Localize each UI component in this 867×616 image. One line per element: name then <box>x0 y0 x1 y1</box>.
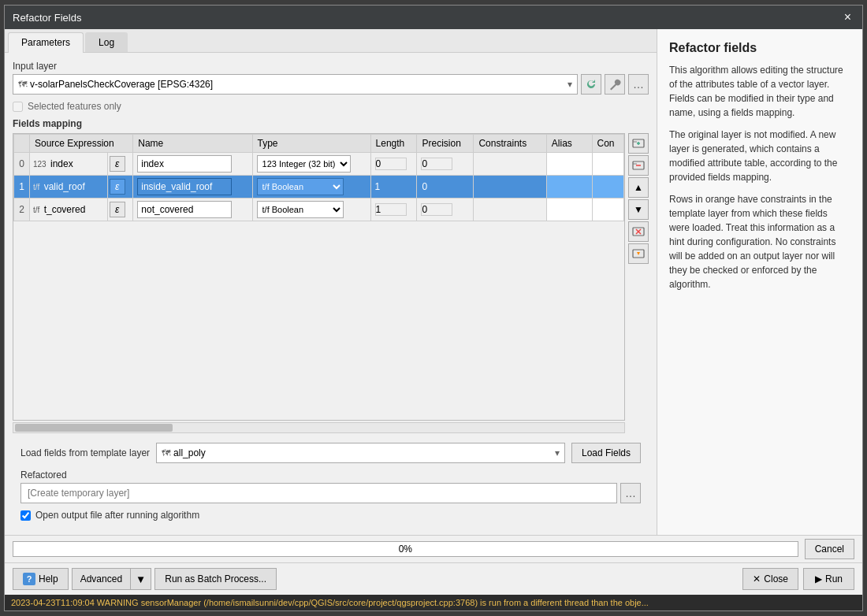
refactor-fields-dialog: Refactor Fields × Parameters Log Input l… <box>4 5 863 611</box>
refactored-input[interactable] <box>20 483 617 503</box>
horizontal-scrollbar[interactable] <box>13 422 625 433</box>
help-title: Refactor fields <box>669 41 850 55</box>
template-layer-label: Load fields from template layer <box>20 447 150 458</box>
up-arrow-icon: ▲ <box>634 182 643 193</box>
refactored-browse-button[interactable]: … <box>620 483 641 503</box>
progress-bar: 0% <box>13 541 798 557</box>
more-layer-button[interactable]: … <box>628 74 649 95</box>
close-dialog-button[interactable]: ✕ Close <box>742 568 798 590</box>
input-layer-label: Input layer <box>13 61 649 72</box>
right-panel: Refactor fields This algorithm allows ed… <box>657 29 862 535</box>
length-cell-0[interactable] <box>370 153 417 176</box>
alias-cell-0 <box>546 153 592 176</box>
selected-features-row: Selected features only <box>13 101 649 112</box>
run-button[interactable]: ▶ Run <box>803 568 854 590</box>
name-cell-1[interactable] <box>133 176 252 199</box>
template-layer-icon: 🗺 <box>162 448 170 458</box>
source-cell-1: t/f valid_roof <box>30 176 108 199</box>
source-cell-0: 123 index <box>30 153 108 176</box>
precision-cell-1[interactable]: 0 <box>417 176 474 199</box>
type-select-1[interactable]: t/f Boolean <box>257 178 344 195</box>
precision-cell-2[interactable] <box>417 199 474 221</box>
type-select-2[interactable]: t/f Boolean <box>257 201 344 218</box>
scrollbar-thumb <box>15 424 173 432</box>
run-label: Run <box>825 573 843 584</box>
name-input-1[interactable] <box>137 178 232 195</box>
source-expr-btn-1[interactable]: ε <box>107 176 133 199</box>
precision-input-0[interactable] <box>421 158 452 170</box>
refresh-layer-button[interactable] <box>581 74 601 95</box>
load-fields-button[interactable]: Load Fields <box>571 443 641 463</box>
clear-fields-button[interactable] <box>628 221 649 242</box>
precision-cell-0[interactable] <box>417 153 474 176</box>
action-left: ? Help Advanced ▼ Run as Batch Process..… <box>13 568 277 590</box>
source-value-1: valid_roof <box>44 181 85 192</box>
dialog-title: Refactor Fields <box>13 12 81 24</box>
advanced-button[interactable]: Advanced <box>72 568 131 590</box>
col-type: Type <box>252 135 370 153</box>
titlebar: Refactor Fields × <box>5 6 862 29</box>
length-cell-1[interactable]: 1 <box>370 176 417 199</box>
settings-layer-button[interactable] <box>605 74 625 95</box>
layer-icon: 🗺 <box>18 80 27 89</box>
precision-input-2[interactable] <box>421 203 452 216</box>
move-field-down-button[interactable]: ▼ <box>628 199 649 220</box>
type-cell-2[interactable]: t/f Boolean <box>252 199 370 221</box>
dialog-overlay: Refactor Fields × Parameters Log Input l… <box>0 0 867 616</box>
template-chevron-icon: ▾ <box>555 447 560 458</box>
status-text: 2023-04-23T11:09:04 WARNING sensorManage… <box>11 598 649 607</box>
con-cell-0 <box>592 153 623 176</box>
length-input-2[interactable] <box>375 203 407 216</box>
source-value-2: t_covered <box>44 204 86 215</box>
refactored-label: Refactored <box>20 469 641 481</box>
length-cell-2[interactable] <box>370 199 417 221</box>
name-cell-2[interactable] <box>133 199 252 221</box>
name-cell-0[interactable] <box>133 153 252 176</box>
open-output-checkbox[interactable] <box>20 510 31 521</box>
help-button[interactable]: ? Help <box>13 568 69 590</box>
expression-button-1[interactable]: ε <box>110 179 125 195</box>
source-type-icon-2: t/f <box>33 206 39 214</box>
cancel-button[interactable]: Cancel <box>805 539 854 559</box>
refactored-input-row: … <box>20 483 641 503</box>
name-input-2[interactable] <box>137 201 232 218</box>
tab-log[interactable]: Log <box>85 32 128 52</box>
add-field-icon <box>632 137 645 150</box>
refresh-icon <box>585 78 597 91</box>
length-input-0[interactable] <box>375 158 407 170</box>
tab-parameters[interactable]: Parameters <box>8 32 84 53</box>
expression-button-0[interactable]: ε <box>110 156 125 172</box>
col-con: Con <box>592 135 623 153</box>
table-side-buttons: ▲ ▼ <box>628 133 649 433</box>
type-select-0[interactable]: 123 Integer (32 bit) <box>257 155 351 173</box>
help-para-1: The original layer is not modified. A ne… <box>669 128 850 184</box>
type-cell-1[interactable]: t/f Boolean <box>252 176 370 199</box>
move-field-up-button[interactable]: ▲ <box>628 177 649 198</box>
advanced-label: Advanced <box>80 573 122 584</box>
type-cell-0[interactable]: 123 Integer (32 bit) <box>252 153 370 176</box>
batch-process-button[interactable]: Run as Batch Process... <box>154 568 277 590</box>
chevron-down-icon: ▾ <box>567 79 572 90</box>
add-field-button[interactable] <box>628 133 649 154</box>
fields-table-container[interactable]: Source Expression Name Type Length Preci… <box>13 133 625 421</box>
source-expr-btn-0[interactable]: ε <box>107 153 133 176</box>
template-layer-value: all_poly <box>173 447 552 458</box>
action-bar: ? Help Advanced ▼ Run as Batch Process..… <box>5 562 862 595</box>
source-expr-btn-2[interactable]: ε <box>107 199 133 221</box>
selected-features-checkbox[interactable] <box>13 102 23 112</box>
fields-mapping-label: Fields mapping <box>13 118 649 129</box>
advanced-dropdown-button[interactable]: ▼ <box>131 568 151 590</box>
constraints-cell-0 <box>474 153 546 176</box>
input-layer-select-wrapper[interactable]: 🗺 v-solarPanelsCheckCoverage [EPSG:4326]… <box>13 74 578 95</box>
name-input-0[interactable] <box>137 155 232 173</box>
window-close-button[interactable]: × <box>841 11 854 24</box>
template-layer-select-wrapper[interactable]: 🗺 all_poly ▾ <box>156 443 565 463</box>
ellipsis-icon: … <box>625 487 636 499</box>
delete-field-button[interactable] <box>628 155 649 176</box>
reset-fields-button[interactable] <box>628 243 649 264</box>
expression-button-2[interactable]: ε <box>110 202 125 217</box>
open-output-row: Open output file after running algorithm <box>20 510 641 521</box>
fields-table: Source Expression Name Type Length Preci… <box>13 134 624 221</box>
progress-row: 0% Cancel <box>5 535 862 562</box>
fields-mapping-area: Source Expression Name Type Length Preci… <box>13 133 649 433</box>
